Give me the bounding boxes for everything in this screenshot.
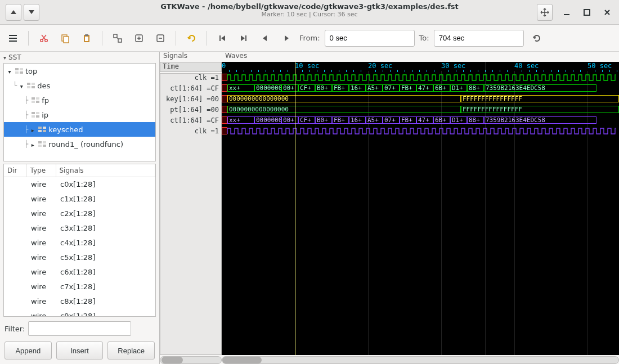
- module-icon: [38, 141, 46, 147]
- table-row[interactable]: wirec3x[1:28]: [4, 221, 155, 235]
- svg-point-5: [41, 39, 43, 42]
- tree-node-des[interactable]: └ des: [4, 78, 155, 93]
- signal-table[interactable]: Dir Type Signals wirec0x[1:28]wirec1x[1:…: [3, 164, 156, 317]
- time-ruler: 010 sec20 sec30 sec40 sec50 sec: [222, 62, 619, 72]
- zoom-in-button[interactable]: [131, 30, 147, 47]
- tree-node-top[interactable]: top: [4, 64, 155, 78]
- tree-label: des: [37, 82, 50, 90]
- tree-node-ip[interactable]: ├ ip: [4, 107, 155, 122]
- table-row[interactable]: wirec5x[1:28]: [4, 250, 155, 264]
- table-row[interactable]: wirec1x[1:28]: [4, 191, 155, 206]
- window-maximize-button[interactable]: [580, 5, 594, 20]
- sst-title: SST: [8, 53, 21, 61]
- zoom-out-button[interactable]: [152, 30, 169, 47]
- svg-rect-32: [38, 127, 42, 129]
- svg-rect-38: [38, 145, 42, 147]
- col-type[interactable]: Type: [26, 164, 56, 177]
- svg-rect-24: [32, 97, 35, 100]
- table-row[interactable]: wirec4x[1:28]: [4, 235, 155, 250]
- table-row[interactable]: wirec2x[1:28]: [4, 206, 155, 221]
- module-icon: [32, 97, 39, 104]
- svg-rect-1: [584, 10, 590, 15]
- module-icon: [15, 68, 23, 74]
- col-dir[interactable]: Dir: [4, 164, 26, 177]
- nav-first-button[interactable]: [214, 30, 231, 47]
- nav-prev-edge-button[interactable]: [257, 30, 273, 47]
- wave-view[interactable]: 010 sec20 sec30 sec40 sec50 sec xx+00000…: [222, 62, 619, 355]
- cut-button[interactable]: [35, 30, 52, 47]
- svg-rect-13: [118, 39, 122, 42]
- col-signals[interactable]: Signals: [56, 164, 155, 177]
- svg-rect-22: [27, 86, 30, 88]
- svg-rect-21: [32, 83, 35, 85]
- signals-hscroll[interactable]: [160, 356, 222, 364]
- window-close-button[interactable]: [600, 5, 614, 20]
- svg-rect-33: [43, 127, 46, 129]
- svg-rect-0: [564, 14, 569, 15]
- svg-rect-39: [43, 145, 46, 147]
- marker-line[interactable]: [295, 62, 295, 355]
- sst-panel-header: SST: [0, 52, 159, 63]
- tree-node-keysched[interactable]: ├ keysched: [4, 122, 155, 137]
- filter-label: Filter:: [5, 325, 25, 333]
- signal-name[interactable]: ct[1:64] =CF: [160, 116, 221, 127]
- svg-rect-37: [43, 141, 46, 143]
- tree-label: round1_ (roundfunc): [48, 140, 123, 149]
- waves-hscroll[interactable]: [222, 356, 619, 364]
- insert-button[interactable]: Insert: [56, 341, 104, 359]
- svg-rect-12: [114, 34, 117, 38]
- tree-label: ip: [42, 111, 48, 119]
- svg-rect-16: [15, 68, 19, 70]
- zoom-fit-button[interactable]: [109, 30, 126, 47]
- tree-node-round1[interactable]: ├ round1_ (roundfunc): [4, 137, 155, 151]
- undo-button[interactable]: [183, 30, 200, 47]
- tree-node-fp[interactable]: ├ fp: [4, 93, 155, 107]
- svg-rect-19: [20, 71, 23, 74]
- table-row[interactable]: wirec9x[1:28]: [4, 308, 155, 317]
- table-row[interactable]: wirec0x[1:28]: [4, 177, 155, 191]
- module-icon: [38, 126, 46, 133]
- hierarchy-tree[interactable]: top └ des ├ fp ├ ip ├ keysched: [3, 63, 156, 161]
- from-time-input[interactable]: [325, 30, 415, 47]
- reload-button[interactable]: [528, 30, 545, 47]
- to-time-input[interactable]: [434, 30, 524, 47]
- replace-button[interactable]: Replace: [107, 341, 155, 359]
- table-row[interactable]: wirec8x[1:28]: [4, 294, 155, 308]
- shift-down-button[interactable]: [24, 4, 39, 21]
- svg-rect-18: [15, 71, 19, 74]
- shift-up-button[interactable]: [6, 4, 21, 21]
- svg-rect-31: [36, 115, 39, 118]
- signal-name[interactable]: ct[1:64] =CF: [160, 84, 221, 95]
- window-minimize-button[interactable]: [559, 5, 574, 20]
- signal-name[interactable]: key[1:64] =00: [160, 95, 221, 106]
- nav-next-edge-button[interactable]: [278, 30, 295, 47]
- tree-label: keysched: [48, 125, 83, 134]
- svg-rect-8: [64, 37, 69, 43]
- svg-rect-20: [27, 83, 30, 85]
- module-icon: [27, 82, 35, 89]
- svg-point-6: [45, 39, 48, 42]
- paste-button[interactable]: [78, 30, 95, 47]
- svg-rect-29: [36, 112, 39, 114]
- filter-input[interactable]: [28, 321, 131, 336]
- cursor-line[interactable]: [485, 62, 486, 355]
- module-icon: [32, 111, 39, 118]
- signal-name[interactable]: clk =1: [160, 127, 221, 138]
- titlebar: GTKWave - /home/bybell/gtkwave/code/gtkw…: [0, 0, 619, 25]
- tree-label: fp: [42, 96, 49, 105]
- svg-rect-34: [38, 130, 42, 132]
- nav-last-button[interactable]: [235, 30, 252, 47]
- copy-button[interactable]: [57, 30, 74, 47]
- append-button[interactable]: Append: [5, 341, 52, 359]
- move-window-button[interactable]: [537, 4, 553, 21]
- table-row[interactable]: wirec7x[1:28]: [4, 279, 155, 294]
- toolbar: From: To:: [0, 25, 619, 52]
- tree-label: top: [25, 67, 37, 75]
- table-row[interactable]: wirec6x[1:28]: [4, 264, 155, 279]
- hamburger-menu-button[interactable]: [5, 30, 21, 47]
- signal-name[interactable]: pt[1:64] =00: [160, 106, 221, 116]
- signal-name[interactable]: clk =1: [160, 74, 221, 84]
- signal-name-list[interactable]: clk =1ct[1:64] =CFkey[1:64] =00pt[1:64] …: [160, 73, 222, 355]
- svg-rect-11: [85, 34, 88, 36]
- svg-rect-25: [36, 97, 39, 100]
